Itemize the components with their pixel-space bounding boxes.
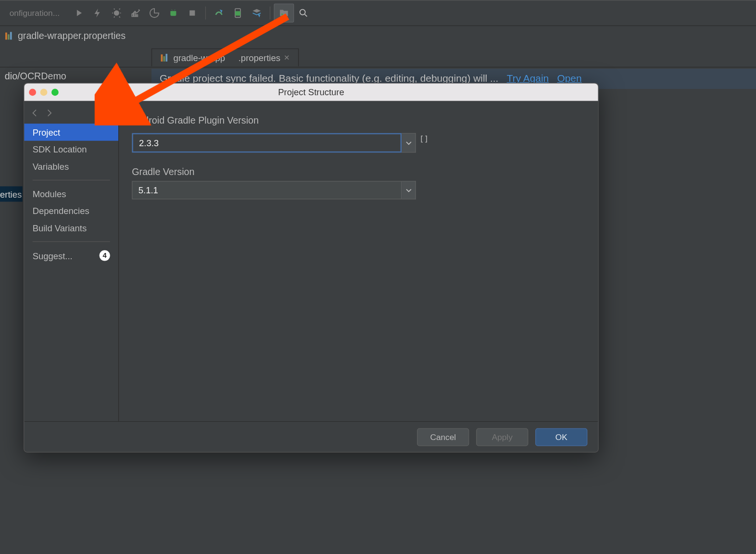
main-toolbar: onfiguration... bbox=[0, 0, 756, 26]
svg-point-5 bbox=[300, 10, 305, 15]
badge: 4 bbox=[100, 250, 110, 261]
debug-icon[interactable] bbox=[107, 3, 126, 22]
project-file-row: gradle-wrapper.properties bbox=[0, 26, 756, 46]
sidebar-item-suggestions[interactable]: Suggest... 4 bbox=[24, 247, 118, 264]
sidebar-item-dependencies[interactable]: Dependencies bbox=[24, 202, 118, 220]
avd-manager-icon[interactable] bbox=[228, 3, 247, 22]
svg-rect-7 bbox=[8, 34, 10, 39]
agp-version-label: Android Gradle Plugin Version bbox=[132, 115, 585, 126]
project-structure-dialog: Project Structure Project SDK Location V… bbox=[24, 83, 599, 453]
dialog-nav bbox=[24, 105, 118, 124]
svg-point-4 bbox=[281, 13, 283, 15]
toolbar-separator bbox=[205, 7, 206, 20]
sidebar-item-label: Modules bbox=[33, 189, 66, 199]
profiler-icon[interactable] bbox=[126, 3, 145, 22]
gradle-version-label: Gradle Version bbox=[132, 167, 585, 177]
sidebar-item-label: SDK Location bbox=[33, 144, 87, 154]
sidebar-item-label: Dependencies bbox=[33, 206, 89, 216]
agp-version-field[interactable] bbox=[132, 133, 416, 153]
gradle-version-input[interactable] bbox=[132, 181, 402, 199]
run-configuration-dropdown[interactable]: onfiguration... bbox=[5, 6, 64, 20]
chevron-down-icon[interactable] bbox=[402, 133, 416, 153]
apply-button[interactable]: Apply bbox=[476, 428, 528, 446]
editor-tab[interactable]: gradle-wrappxxx.properties ✕ bbox=[151, 49, 299, 66]
editor-tab-label: gradle-wrappxxx.properties bbox=[173, 52, 280, 63]
brackets-indicator: [] bbox=[419, 134, 428, 143]
cancel-button[interactable]: Cancel bbox=[417, 428, 469, 446]
back-icon[interactable] bbox=[30, 108, 40, 120]
dialog-main: Android Gradle Plugin Version [] Gradle … bbox=[119, 101, 598, 421]
project-file-tab[interactable]: gradle-wrapper.properties bbox=[5, 31, 126, 41]
svg-rect-11 bbox=[161, 54, 163, 62]
svg-rect-13 bbox=[165, 53, 167, 61]
sidebar-divider bbox=[33, 180, 110, 180]
dialog-footer: Cancel Apply OK bbox=[24, 421, 598, 452]
toolbar-separator bbox=[270, 7, 270, 20]
gradle-sync-icon[interactable] bbox=[209, 3, 228, 22]
project-file-tab-label: gradle-wrapper.properties bbox=[18, 31, 126, 41]
project-tool-toolbar bbox=[0, 46, 756, 67]
apply-changes-icon[interactable] bbox=[88, 3, 107, 22]
forward-icon[interactable] bbox=[44, 108, 54, 120]
close-icon[interactable]: ✕ bbox=[284, 53, 290, 62]
dialog-title: Project Structure bbox=[24, 87, 598, 97]
sidebar-item-project[interactable]: Project bbox=[24, 124, 118, 141]
editor-tabs: gradle-wrappxxx.properties ✕ bbox=[151, 46, 299, 69]
svg-rect-12 bbox=[163, 56, 165, 61]
sidebar-item-variables[interactable]: Variables bbox=[24, 158, 118, 175]
sdk-manager-icon[interactable] bbox=[247, 3, 266, 22]
properties-file-icon bbox=[5, 31, 14, 41]
svg-rect-6 bbox=[5, 33, 7, 40]
chevron-down-icon[interactable] bbox=[402, 181, 416, 199]
svg-rect-1 bbox=[189, 11, 195, 16]
sidebar-item-modules[interactable]: Modules bbox=[24, 185, 118, 202]
svg-point-0 bbox=[114, 11, 119, 16]
search-icon[interactable] bbox=[294, 3, 313, 22]
ok-button[interactable]: OK bbox=[535, 428, 587, 446]
dialog-titlebar[interactable]: Project Structure bbox=[24, 83, 598, 101]
sidebar-item-label: Variables bbox=[33, 162, 69, 172]
svg-rect-3 bbox=[285, 14, 287, 16]
sidebar-item-sdk-location[interactable]: SDK Location bbox=[24, 141, 118, 158]
sidebar-item-label: Build Variants bbox=[33, 223, 87, 233]
sidebar-item-build-variants[interactable]: Build Variants bbox=[24, 219, 118, 237]
stop-icon[interactable] bbox=[183, 3, 202, 22]
sidebar-item-label: Project bbox=[33, 127, 60, 137]
android-icon[interactable] bbox=[164, 3, 183, 22]
project-structure-icon[interactable] bbox=[274, 3, 294, 22]
svg-rect-8 bbox=[10, 32, 12, 39]
dialog-sidebar: Project SDK Location Variables Modules D… bbox=[24, 101, 119, 421]
run-icon[interactable] bbox=[69, 3, 88, 22]
properties-file-icon bbox=[160, 53, 170, 63]
coverage-icon[interactable] bbox=[145, 3, 164, 22]
sidebar-divider bbox=[33, 241, 110, 242]
gradle-version-field[interactable] bbox=[132, 181, 416, 199]
agp-version-input[interactable] bbox=[132, 133, 402, 153]
selected-file-row[interactable]: erties bbox=[0, 186, 23, 201]
sidebar-item-label: Suggest... bbox=[33, 251, 73, 261]
breadcrumb-text: dio/OCRDemo bbox=[5, 71, 66, 82]
